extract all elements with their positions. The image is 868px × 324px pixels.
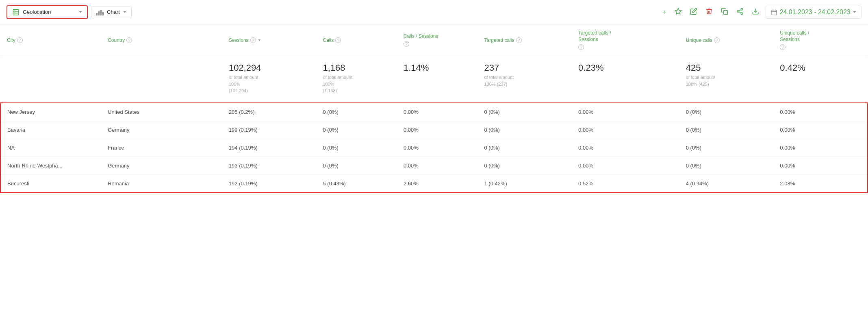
cell-city: Bucuresti [0,174,101,193]
geolocation-table: City ? Country ? Sessions ? ▼ [0,24,868,193]
targeted-info-icon[interactable]: ? [516,37,522,43]
edit-button[interactable] [688,7,699,17]
totals-city-empty [0,56,101,103]
svg-rect-5 [723,10,727,14]
share-icon [736,8,744,15]
data-rows-body: New JerseyUnited States205 (0.2%)0 (0%)0… [0,103,868,193]
cell-unique-calls: 0 (0%) [679,103,774,121]
calls-sessions-info-icon[interactable]: ? [404,41,409,47]
cell-targeted-sessions: 0.52% [572,174,679,193]
table-header-row: City ? Country ? Sessions ? ▼ [0,24,868,56]
cell-country: Germany [101,157,222,174]
cell-targeted-calls: 0 (0%) [477,157,572,174]
totals-country-empty [101,56,222,103]
cell-calls: 0 (0%) [316,139,397,157]
geolocation-chevron-icon [79,11,82,13]
chart-icon [96,9,104,15]
add-button[interactable]: + [661,8,668,17]
cell-sessions: 192 (0.19%) [222,174,317,193]
cell-targeted-sessions: 0.00% [572,157,679,174]
svg-rect-0 [13,9,19,15]
header-targeted-sessions: Targeted calls / Sessions ? [572,24,679,56]
data-table-container: City ? Country ? Sessions ? ▼ [0,24,868,193]
chart-selector[interactable]: Chart [91,6,132,18]
download-icon [752,8,759,15]
cell-sessions: 205 (0.2%) [222,103,317,121]
chart-chevron-icon [123,11,126,13]
header-calls: Calls ? [316,24,397,56]
cell-unique-calls: 0 (0%) [679,157,774,174]
svg-line-10 [739,9,741,11]
cell-sessions: 199 (0.19%) [222,121,317,139]
cell-calls-sessions: 2.60% [397,174,478,193]
cell-city: Bavaria [0,121,101,139]
cell-calls-sessions: 0.00% [397,103,478,121]
share-button[interactable] [735,7,745,17]
header-calls-sessions: Calls / Sessions ? [397,24,478,56]
table-row: NAFrance194 (0.19%)0 (0%)0.00%0 (0%)0.00… [0,139,868,157]
header-city: City ? [0,24,101,56]
header-country: Country ? [101,24,222,56]
toolbar: Geolocation Chart + [0,0,868,24]
totals-unique-sessions: 0.42% [773,56,868,103]
cell-targeted-calls: 0 (0%) [477,139,572,157]
calls-info-icon[interactable]: ? [335,37,341,43]
download-button[interactable] [750,7,761,17]
toolbar-actions: + [661,6,861,19]
delete-button[interactable] [704,7,714,17]
cell-unique-calls: 0 (0%) [679,139,774,157]
table-row: BavariaGermany199 (0.19%)0 (0%)0.00%0 (0… [0,121,868,139]
svg-point-8 [741,13,743,15]
table-row: North Rhine-Westpha...Germany193 (0.19%)… [0,157,868,174]
sessions-info-icon[interactable]: ? [250,37,256,43]
cell-unique-sessions: 0.00% [773,157,868,174]
cell-country: Germany [101,121,222,139]
cell-calls-sessions: 0.00% [397,157,478,174]
city-info-icon[interactable]: ? [17,37,23,43]
chart-label: Chart [107,9,120,15]
country-info-icon[interactable]: ? [126,37,132,43]
header-targeted-calls: Targeted calls ? [477,24,572,56]
totals-targeted-sessions: 0.23% [572,56,679,103]
cell-city: North Rhine-Westpha... [0,157,101,174]
svg-point-7 [737,10,739,12]
svg-rect-12 [772,10,777,15]
cell-targeted-sessions: 0.00% [572,139,679,157]
sessions-sort-icon[interactable]: ▼ [258,38,262,42]
cell-country: Romania [101,174,222,193]
cell-country: France [101,139,222,157]
cell-targeted-sessions: 0.00% [572,103,679,121]
totals-row: 102,294 of total amount 100% (102,294) 1… [0,56,868,103]
geolocation-label: Geolocation [23,9,51,15]
targeted-sessions-info-icon[interactable]: ? [578,44,584,50]
totals-calls: 1,168 of total amount 100% (1,168) [316,56,397,103]
cell-calls: 0 (0%) [316,103,397,121]
cell-unique-sessions: 0.00% [773,103,868,121]
cell-city: New Jersey [0,103,101,121]
cell-calls: 5 (0.43%) [316,174,397,193]
unique-sessions-info-icon[interactable]: ? [780,44,786,50]
cell-targeted-calls: 1 (0.42%) [477,174,572,193]
totals-targeted: 237 of total amount 100% (237) [477,56,572,103]
totals-calls-sessions: 1.14% [397,56,478,103]
unique-info-icon[interactable]: ? [714,37,720,43]
cell-calls: 0 (0%) [316,157,397,174]
delete-icon [705,8,713,15]
header-unique-sessions: Unique calls / Sessions ? [773,24,868,56]
cell-sessions: 193 (0.19%) [222,157,317,174]
header-unique-calls: Unique calls ? [679,24,774,56]
copy-icon [721,8,728,15]
edit-icon [690,8,697,15]
geolocation-selector[interactable]: Geolocation [7,5,88,19]
date-range-picker[interactable]: 24.01.2023 - 24.02.2023 [766,6,861,19]
copy-button[interactable] [719,7,730,17]
date-range-value: 24.01.2023 - 24.02.2023 [780,9,851,16]
cell-unique-sessions: 0.00% [773,139,868,157]
cell-unique-sessions: 0.00% [773,121,868,139]
cell-targeted-sessions: 0.00% [572,121,679,139]
cell-calls: 0 (0%) [316,121,397,139]
cell-unique-calls: 4 (0.94%) [679,174,774,193]
table-row: BucurestiRomania192 (0.19%)5 (0.43%)2.60… [0,174,868,193]
star-button[interactable] [673,7,684,17]
header-sessions: Sessions ? ▼ [222,24,317,56]
